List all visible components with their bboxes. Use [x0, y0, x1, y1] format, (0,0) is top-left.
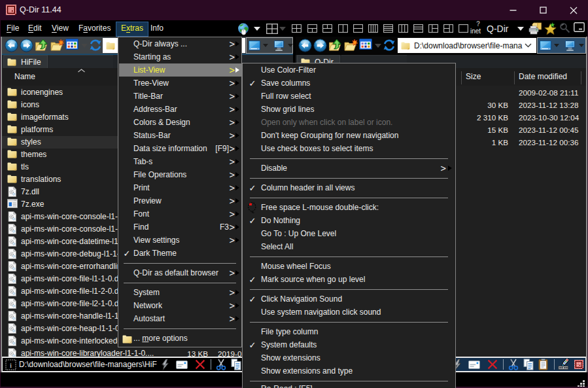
menu-item-font[interactable]: Font>	[119, 207, 242, 220]
combo-dropdown-chevron[interactable]	[525, 43, 532, 48]
open-button[interactable]	[343, 39, 358, 52]
tab-slot[interactable]	[48, 55, 113, 69]
paste-clipboard-icon[interactable]	[538, 359, 548, 370]
menu-item-more-options[interactable]: ... more options	[119, 332, 242, 345]
delete-x-icon[interactable]	[195, 359, 205, 370]
rename-box-icon[interactable]	[468, 361, 480, 369]
menu-item-mark-source-when-go-up-level[interactable]: ✓Mark source when go up level	[243, 273, 456, 286]
close-button[interactable]	[559, 0, 588, 20]
menu-item-use-system-navigation-click-sound[interactable]: Use system navigation click sound	[243, 306, 456, 319]
menu-item-file-type-column[interactable]: File type column	[243, 325, 456, 338]
menu-item-use-color-filter[interactable]: Use Color-Filter	[243, 63, 456, 77]
views-button[interactable]	[359, 39, 372, 50]
menu-item-disable[interactable]: Disable>	[243, 162, 456, 175]
menu-item-q-dir-always[interactable]: Q-Dir always ...>	[119, 37, 242, 50]
menu-item-tree-view[interactable]: Tree-View>	[119, 77, 242, 90]
menu-item-do-nothing[interactable]: ✓Do Nothing	[243, 214, 456, 227]
color-pen-icon[interactable]	[558, 359, 570, 370]
layout-two-top-one-bottom-icon[interactable]	[322, 24, 332, 33]
monitor-dropdown-icon[interactable]	[288, 44, 293, 47]
layout-two-columns-icon[interactable]	[338, 24, 348, 33]
menubar-item-extras[interactable]: Extras	[116, 22, 148, 37]
layout-two-left-one-right-icon[interactable]	[443, 24, 453, 33]
qdir-menubar-label[interactable]: Q-Dir	[487, 22, 508, 35]
menubar-item-view[interactable]: View	[47, 22, 73, 35]
refresh-button[interactable]	[89, 39, 102, 52]
menu-item-open-only-when-click-on-label-or-icon[interactable]: Open only when click on label or icon.	[243, 116, 456, 129]
menu-item-view-settings[interactable]: View settings>	[119, 234, 242, 247]
copy-pages-icon[interactable]	[231, 359, 241, 370]
layout-four-columns-icon[interactable]	[368, 24, 378, 33]
menu-item-use-check-boxes-to-select-items[interactable]: Use check boxes to select items	[243, 142, 456, 155]
layout-three-rows-icon[interactable]	[413, 24, 423, 33]
tab-hifile[interactable]: HiFile	[3, 55, 48, 68]
up-button[interactable]	[35, 39, 49, 52]
desktop-monitor-button[interactable]	[540, 41, 551, 50]
cut-scissors-icon[interactable]	[508, 359, 519, 370]
menu-item-save-columns[interactable]: ✓Save columns	[243, 77, 456, 90]
forward-button[interactable]	[313, 39, 327, 52]
copy-pages-icon[interactable]	[523, 359, 534, 370]
back-button[interactable]	[5, 39, 18, 52]
maximize-button[interactable]	[528, 0, 558, 20]
menu-item-print[interactable]: Print>	[119, 181, 242, 194]
layout-one-top-two-bottom-icon[interactable]	[307, 24, 317, 33]
globe-dropdown-icon[interactable]	[254, 27, 260, 31]
menu-item-free-space-l-mouse-double-click[interactable]: Free space L-mouse double-click:	[243, 201, 456, 214]
menu-item-show-extensions[interactable]: Show extensions	[243, 351, 456, 364]
address-combo[interactable]: D:\download\browser\file-mana	[398, 38, 536, 53]
column-header-size[interactable]: Size	[466, 72, 481, 81]
menubar-item-edit[interactable]: Edit	[24, 22, 46, 35]
layout-single-icon[interactable]	[458, 24, 468, 33]
menu-item-go-to-up-one-level[interactable]: Go To : Up One Level	[243, 227, 456, 240]
search-icon[interactable]	[559, 22, 571, 34]
refresh-button[interactable]	[383, 39, 396, 52]
column-header-name[interactable]: Name	[14, 72, 35, 81]
open-button[interactable]	[50, 39, 64, 52]
cut-scissors-icon[interactable]	[216, 359, 226, 370]
layout-two-rows-icon[interactable]	[353, 24, 363, 33]
qdir-red-square-icon[interactable]	[574, 360, 583, 369]
menubar-item-info[interactable]: Info	[146, 22, 168, 35]
menu-item-file-operations[interactable]: File Operations>	[119, 168, 242, 181]
rename-box-icon[interactable]	[176, 361, 188, 369]
monitor-button[interactable]	[564, 41, 576, 51]
menu-item-starting-as[interactable]: Starting as>	[119, 50, 242, 63]
menu-item-autostart[interactable]: Autostart>	[119, 312, 242, 325]
menu-item-tab-s[interactable]: Tab-s>	[119, 155, 242, 168]
desktop-dropdown-icon[interactable]	[554, 44, 559, 47]
desktop-monitor-button[interactable]	[249, 41, 260, 50]
menubar-item-file[interactable]: File	[2, 22, 24, 35]
menu-item-data-size-information[interactable]: Data size information[F9]>	[119, 142, 242, 155]
menu-item-colors-design[interactable]: Colors & Design>	[119, 116, 242, 129]
back-button[interactable]	[298, 39, 312, 52]
inet-icon[interactable]: ?inet	[470, 26, 485, 37]
menu-item-mouse-wheel-focus[interactable]: Mouse wheel Focus	[243, 260, 456, 273]
views-dropdown-icon[interactable]	[375, 44, 381, 48]
layout-dropdown-icon[interactable]	[279, 27, 286, 31]
menu-item-preview[interactable]: Preview>	[119, 194, 242, 207]
menubar-item-favorites[interactable]: Favorites	[74, 22, 115, 35]
delete-x-icon[interactable]	[487, 359, 498, 370]
desktop-dropdown-icon[interactable]	[263, 44, 268, 47]
menu-item-select-all[interactable]: Select All	[243, 240, 456, 253]
tray-icon[interactable]	[574, 22, 585, 32]
flash-icon[interactable]	[160, 359, 170, 371]
menu-item-q-dir-as-default-browser[interactable]: Q-Dir as default browser>	[119, 266, 242, 279]
views-dropdown-icon[interactable]	[81, 44, 88, 48]
layout-grid4-icon[interactable]	[292, 24, 302, 33]
up-button[interactable]	[328, 39, 343, 52]
menu-item-re-read-f5[interactable]: Re-Read : [F5]	[243, 384, 456, 388]
qdir-dropdown-icon[interactable]	[517, 27, 524, 31]
menu-item-find[interactable]: FindF3>	[119, 220, 242, 234]
menu-item-full-row-select[interactable]: Full row select	[243, 90, 456, 103]
menu-item-show-extensions-and-type[interactable]: Show extensions and type	[243, 364, 456, 378]
menu-item-status-bar[interactable]: Status-Bar>	[119, 129, 242, 142]
menu-item-don-t-keep-grouping-for-new-navigation[interactable]: Don't keep Grouping for new navigation	[243, 129, 456, 142]
menu-item-address-bar[interactable]: Address-Bar>	[119, 103, 242, 116]
globe-mouse-icon[interactable]	[237, 23, 250, 35]
menu-item-dark-theme[interactable]: ✓Dark Theme	[119, 247, 242, 260]
layout-four-rows-icon[interactable]	[383, 24, 393, 33]
views-button[interactable]	[65, 39, 78, 50]
menu-item-system[interactable]: System>	[119, 286, 242, 299]
